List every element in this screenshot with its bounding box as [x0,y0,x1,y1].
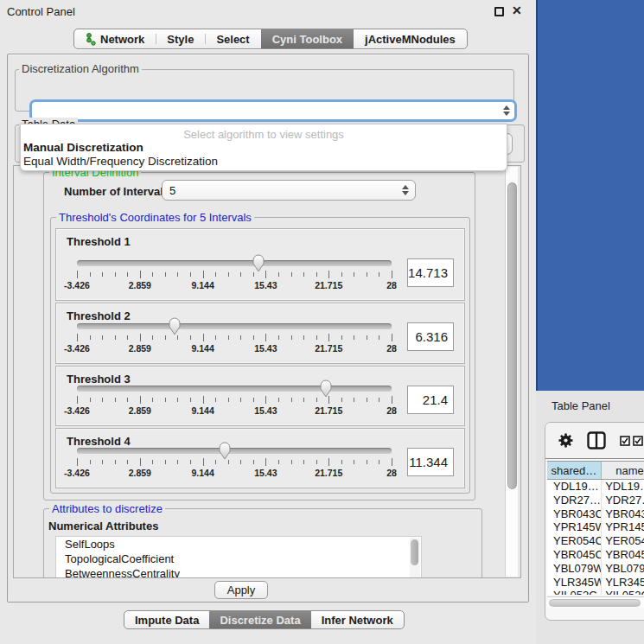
table-panel: Table Panel [536,391,644,644]
tab-cyni-toolbox[interactable]: Cyni Toolbox [261,29,354,48]
checkbox-checked-icon[interactable] [620,436,630,446]
threshold-slider[interactable]: -3.4262.8599.14415.4321.71528 [77,444,392,479]
table-row[interactable]: YER054CYER054C [547,534,644,548]
tick-label: 2.859 [129,405,151,416]
menu-item-equal-width-discretization[interactable]: Equal Width/Frequency Discretization [21,155,507,169]
table-row[interactable]: YBR043CYBR043C [547,507,644,521]
algorithm-combobox[interactable] [29,99,517,122]
numerical-attributes-list[interactable]: SelfLoopsTopologicalCoefficientBetweenne… [55,536,422,578]
slider-track[interactable] [77,260,392,266]
control-panel: Control Panel ✕ NetworkStyleSelectCyni T… [0,0,536,644]
tab-select[interactable]: Select [205,29,260,48]
node-table: shared… name YDL19…YDL19…YDR27…YDR27…YBR… [547,461,644,595]
slider-track[interactable] [77,323,392,329]
threshold-value-field[interactable]: 11.344 [407,448,454,476]
tick-label: 28 [386,468,397,478]
attribute-list-item[interactable]: SelfLoops [56,537,421,552]
attributes-scrollbar[interactable] [410,538,420,578]
table-panel-container: shared… name YDL19…YDL19…YDR27…YDR27…YBR… [545,422,644,621]
cell-shared-name: YPR145W [547,520,602,534]
top-tab-bar: NetworkStyleSelectCyni ToolboxjActiveMNo… [73,29,468,49]
menu-item-manual-discretization[interactable]: Manual Discretization [21,141,507,155]
table-row[interactable]: YDR27…YDR27… [547,494,644,507]
attribute-list-item[interactable]: TopologicalCoefficient [56,552,421,566]
table-row[interactable]: YDL19…YDL19… [547,480,644,494]
table-row[interactable]: YPR145WYPR145W [547,520,644,534]
threshold-panel-3: Threshold 3-3.4262.8599.14415.4321.71528… [55,366,465,426]
cell-shared-name: YIL052C [547,589,602,595]
tick-label: -3.426 [64,468,90,478]
gear-icon[interactable] [558,433,573,448]
algorithm-placeholder: Select algorithm to view settings [21,124,507,141]
cell-name: YDL19… [602,480,644,494]
tab-label: Network [100,33,144,46]
tick-label: -3.426 [64,280,90,290]
column-header-shared-name[interactable]: shared… [547,462,602,479]
table-row[interactable]: YBR045CYBR045C [547,548,644,562]
tick-label: 2.859 [129,468,151,478]
tab-network[interactable]: Network [74,29,156,48]
numerical-attributes-label: Numerical Attributes [48,520,158,532]
cell-name: YBL079W [602,562,644,576]
cell-name: YDR27… [602,494,644,507]
tick-label: 2.859 [129,280,151,290]
tick-label: 21.715 [315,280,342,290]
tab-discretize-data[interactable]: Discretize Data [209,611,310,628]
cell-shared-name: YER054C [547,534,602,548]
tick-label: 9.144 [191,280,214,290]
algorithm-dropdown-popup: Select algorithm to view settings Manual… [20,124,507,171]
threshold-value-field[interactable]: 6.316 [407,322,454,351]
threshold-slider[interactable]: -3.4262.8599.14415.4321.71528 [77,382,392,417]
column-header-name[interactable]: name [602,462,644,479]
threshold-slider[interactable]: -3.4262.8599.14415.4321.71528 [77,320,392,354]
slider-thumb[interactable] [252,254,265,272]
tab-impute-data[interactable]: Impute Data [124,611,209,628]
checkbox-checked-icon[interactable] [633,436,643,446]
slider-thumb[interactable] [168,317,182,335]
tick-label: -3.426 [64,405,90,416]
tick-label: 9.144 [191,468,214,478]
table-row[interactable]: YBL079WYBL079W [547,562,644,576]
slider-thumb[interactable] [319,379,333,398]
tick-label: 28 [386,280,397,290]
thresholds-group-label: Threshold's Coordinates for 5 Intervals [56,211,254,224]
slider-track[interactable] [77,448,392,454]
table-row[interactable]: YIL052CYIL052C [547,589,644,595]
bottom-tab-bar: Impute DataDiscretize DataInfer Network [124,610,405,629]
threshold-panel-2: Threshold 2-3.4262.8599.14415.4321.71528… [55,303,465,364]
tab-label: Select [216,33,249,46]
attribute-list-item[interactable]: BetweennessCentrality [56,566,421,578]
cell-name: YBR045C [602,548,644,562]
number-of-intervals-combobox[interactable]: 5 [162,180,416,201]
tab-label: Cyni Toolbox [272,33,342,46]
tick-label: 2.859 [129,343,151,354]
tab-infer-network[interactable]: Infer Network [311,611,404,628]
apply-button[interactable]: Apply [214,581,268,599]
threshold-value-field[interactable]: 14.713 [407,258,454,287]
table-row[interactable]: YLR345WYLR345W [547,576,644,590]
cyni-toolbox-panel: Discretization Algorithm Table Data galF… [7,54,529,603]
cell-name: YBR043C [602,507,644,521]
slider-thumb[interactable] [218,442,232,460]
number-of-intervals-value: 5 [169,184,175,197]
cell-name: YIL052C [602,589,644,595]
tab-style[interactable]: Style [156,29,205,48]
settings-scrollview: Interval Definition Number of Intervals … [13,165,521,578]
close-icon[interactable]: ✕ [512,3,522,17]
table-horizontal-scrollbar[interactable] [547,596,644,608]
cell-name: YLR345W [602,576,644,590]
combo-arrows-icon [503,105,510,116]
tick-label: 9.144 [191,405,214,416]
number-of-intervals-label: Number of Intervals [64,185,169,198]
split-view-icon[interactable] [587,431,606,450]
threshold-value-field[interactable]: 21.4 [407,386,454,414]
settings-scrollbar[interactable] [505,167,518,577]
tab-jactivemnodules[interactable]: jActiveMNodules [354,29,467,48]
panel-title: Control Panel [7,5,75,18]
float-window-icon[interactable] [494,7,504,16]
tick-label: -3.426 [64,343,90,354]
slider-track[interactable] [77,386,392,392]
cell-shared-name: YDL19… [547,480,602,494]
threshold-slider[interactable]: -3.4262.8599.14415.4321.71528 [77,257,392,291]
table-toolbar [545,423,644,459]
